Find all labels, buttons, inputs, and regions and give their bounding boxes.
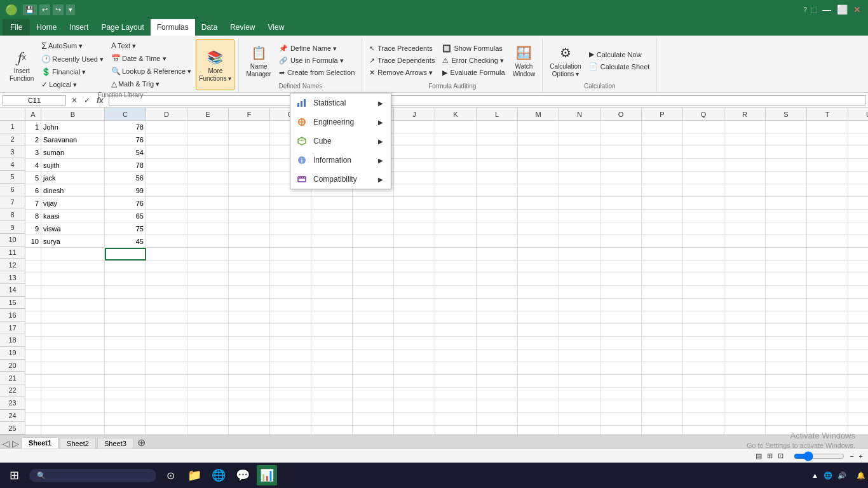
cell-i15[interactable] bbox=[353, 299, 394, 311]
tab-page-layout[interactable]: Page Layout bbox=[95, 19, 150, 36]
cell-f24[interactable] bbox=[229, 413, 270, 426]
cell-i9[interactable] bbox=[353, 222, 394, 235]
cell-l14[interactable] bbox=[477, 286, 518, 299]
cell-a3[interactable]: 3 bbox=[25, 146, 41, 159]
cell-b6[interactable]: dinesh bbox=[41, 184, 105, 197]
cell-k14[interactable] bbox=[435, 286, 477, 299]
save-button[interactable]: 💾 bbox=[23, 4, 37, 15]
cell-b23[interactable] bbox=[41, 400, 105, 413]
cell-g9[interactable] bbox=[270, 222, 311, 235]
cell-s10[interactable] bbox=[766, 235, 807, 248]
cell-f7[interactable] bbox=[229, 197, 270, 210]
cell-c21[interactable] bbox=[105, 375, 146, 388]
cell-t22[interactable] bbox=[807, 388, 848, 400]
cell-u21[interactable] bbox=[848, 375, 868, 388]
cell-f10[interactable] bbox=[229, 235, 270, 248]
cell-t18[interactable] bbox=[807, 337, 848, 349]
cell-c10[interactable]: 45 bbox=[105, 235, 146, 248]
cell-n18[interactable] bbox=[559, 337, 600, 349]
nav-right-button[interactable]: ▷ bbox=[12, 438, 19, 449]
cell-n15[interactable] bbox=[559, 299, 600, 311]
cell-o20[interactable] bbox=[600, 362, 642, 375]
cell-r5[interactable] bbox=[724, 172, 766, 184]
information-menu-item[interactable]: i Information ▶ bbox=[290, 151, 391, 170]
cell-g22[interactable] bbox=[270, 388, 311, 400]
cell-d8[interactable] bbox=[146, 210, 187, 222]
cell-l19[interactable] bbox=[477, 349, 518, 362]
autosum-button[interactable]: Σ AutoSum ▾ bbox=[38, 39, 107, 52]
cell-n10[interactable] bbox=[559, 235, 600, 248]
cell-o22[interactable] bbox=[600, 388, 642, 400]
cell-a13[interactable] bbox=[25, 273, 41, 286]
cell-r16[interactable] bbox=[724, 311, 766, 324]
cell-g8[interactable] bbox=[270, 210, 311, 222]
cell-q23[interactable] bbox=[683, 400, 724, 413]
cell-k25[interactable] bbox=[435, 426, 477, 435]
cell-k21[interactable] bbox=[435, 375, 477, 388]
cell-p1[interactable] bbox=[642, 121, 683, 133]
cell-n7[interactable] bbox=[559, 197, 600, 210]
cell-f11[interactable] bbox=[229, 248, 270, 261]
name-manager-button[interactable]: 📋 NameManager bbox=[243, 41, 274, 80]
cell-e14[interactable] bbox=[187, 286, 229, 299]
undo-button[interactable]: ↩ bbox=[39, 4, 50, 15]
cell-m2[interactable] bbox=[518, 133, 559, 146]
cell-a22[interactable] bbox=[25, 388, 41, 400]
cell-s9[interactable] bbox=[766, 222, 807, 235]
cell-c9[interactable]: 75 bbox=[105, 222, 146, 235]
cell-k2[interactable] bbox=[435, 133, 477, 146]
cell-e16[interactable] bbox=[187, 311, 229, 324]
cell-a20[interactable] bbox=[25, 362, 41, 375]
cell-l13[interactable] bbox=[477, 273, 518, 286]
cell-g17[interactable] bbox=[270, 324, 311, 337]
cell-q25[interactable] bbox=[683, 426, 724, 435]
cell-e9[interactable] bbox=[187, 222, 229, 235]
cell-a4[interactable]: 4 bbox=[25, 159, 41, 172]
cell-i25[interactable] bbox=[353, 426, 394, 435]
zoom-in-button[interactable]: + bbox=[859, 452, 863, 460]
cell-q3[interactable] bbox=[683, 146, 724, 159]
cell-j11[interactable] bbox=[394, 248, 435, 261]
cell-j10[interactable] bbox=[394, 235, 435, 248]
cell-a19[interactable] bbox=[25, 349, 41, 362]
cell-h9[interactable] bbox=[311, 222, 353, 235]
cell-c22[interactable] bbox=[105, 388, 146, 400]
cell-t15[interactable] bbox=[807, 299, 848, 311]
cell-u11[interactable] bbox=[848, 248, 868, 261]
row-header-19[interactable]: 19 bbox=[0, 347, 25, 360]
cell-e21[interactable] bbox=[187, 375, 229, 388]
cell-f21[interactable] bbox=[229, 375, 270, 388]
cell-q14[interactable] bbox=[683, 286, 724, 299]
start-button[interactable]: ⊞ bbox=[3, 464, 25, 487]
cell-j13[interactable] bbox=[394, 273, 435, 286]
cell-h19[interactable] bbox=[311, 349, 353, 362]
cell-i22[interactable] bbox=[353, 388, 394, 400]
cell-m6[interactable] bbox=[518, 184, 559, 197]
logical-button[interactable]: ✓ Logical ▾ bbox=[38, 79, 107, 90]
cell-k12[interactable] bbox=[435, 261, 477, 273]
cell-c20[interactable] bbox=[105, 362, 146, 375]
cell-t21[interactable] bbox=[807, 375, 848, 388]
cell-f13[interactable] bbox=[229, 273, 270, 286]
excel-taskbar-button[interactable]: 📊 bbox=[257, 465, 277, 485]
cell-a2[interactable]: 2 bbox=[25, 133, 41, 146]
cell-t14[interactable] bbox=[807, 286, 848, 299]
cell-f23[interactable] bbox=[229, 400, 270, 413]
cell-o4[interactable] bbox=[600, 159, 642, 172]
cell-s11[interactable] bbox=[766, 248, 807, 261]
zoom-out-button[interactable]: − bbox=[850, 452, 853, 460]
cell-l7[interactable] bbox=[477, 197, 518, 210]
cell-s3[interactable] bbox=[766, 146, 807, 159]
cell-e11[interactable] bbox=[187, 248, 229, 261]
row-header-5[interactable]: 5 bbox=[0, 171, 25, 184]
cell-e19[interactable] bbox=[187, 349, 229, 362]
cell-h18[interactable] bbox=[311, 337, 353, 349]
cell-g23[interactable] bbox=[270, 400, 311, 413]
cell-e7[interactable] bbox=[187, 197, 229, 210]
cell-m24[interactable] bbox=[518, 413, 559, 426]
col-header-p[interactable]: P bbox=[642, 108, 683, 120]
cell-t19[interactable] bbox=[807, 349, 848, 362]
cell-e8[interactable] bbox=[187, 210, 229, 222]
cell-m20[interactable] bbox=[518, 362, 559, 375]
cell-a11[interactable] bbox=[25, 248, 41, 261]
